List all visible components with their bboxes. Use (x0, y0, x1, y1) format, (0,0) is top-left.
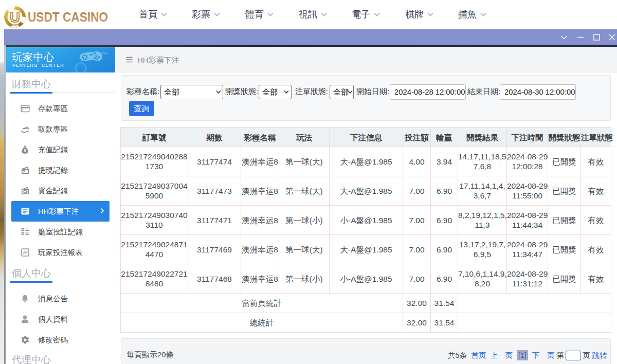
svg-text:casino: casino (10, 23, 20, 26)
svg-text:USDT CASINO: USDT CASINO (28, 10, 108, 24)
svg-text:¥: ¥ (24, 148, 26, 153)
svg-text:U: U (10, 10, 20, 25)
